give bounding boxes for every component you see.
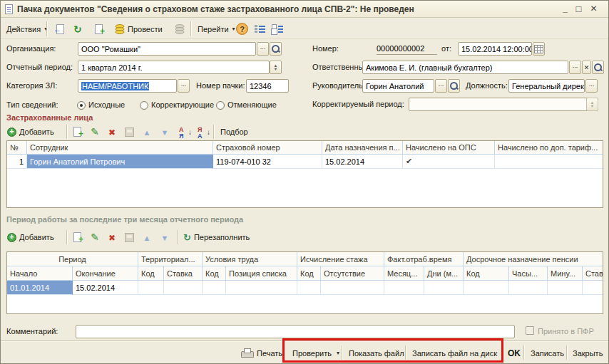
pack-number-label: Номер пачки: — [196, 81, 245, 90]
subcol-minutes: Мину... — [548, 266, 583, 281]
check-label: Проверить — [292, 349, 332, 358]
goto-menu-button[interactable]: Перейти — [195, 21, 238, 37]
cell-extra-tariff[interactable] — [495, 155, 603, 169]
cell-empty[interactable] — [203, 281, 226, 295]
cell-empty[interactable] — [424, 281, 464, 295]
pencil-icon — [91, 231, 99, 244]
position-select-button[interactable] — [585, 79, 598, 93]
show-file-button[interactable]: Показать файл — [346, 345, 407, 361]
radio-cancelling[interactable] — [216, 101, 225, 110]
copy-document-button[interactable] — [91, 21, 108, 37]
cell-empty[interactable] — [583, 281, 603, 295]
periods-edit-button[interactable] — [88, 230, 102, 244]
date-field[interactable]: 15.02.2014 12:00:00 — [458, 42, 532, 56]
cell-employee[interactable]: Горин Анатолий Петрович — [27, 155, 213, 169]
periods-subheader-row: Начало Окончание Код Ставка Код Позиция … — [7, 266, 603, 281]
actions-menu-button[interactable]: Действия — [4, 21, 50, 37]
unpost-document-button-disabled[interactable] — [172, 21, 188, 37]
insured-end-edit-button-disabled[interactable] — [122, 125, 136, 139]
insured-delete-button[interactable] — [105, 125, 119, 139]
sort-asc-icon: АЯ↓ — [179, 127, 188, 139]
org-open-button[interactable] — [270, 42, 282, 56]
insured-pick-button[interactable]: Подбор — [218, 125, 250, 139]
manager-field[interactable]: Горин Анатолий — [362, 79, 434, 93]
post-document-button[interactable]: Провести — [112, 21, 165, 37]
comment-field[interactable] — [76, 325, 515, 338]
report-period-spinner[interactable] — [270, 61, 282, 74]
cell-empty[interactable] — [226, 281, 297, 295]
org-label: Организация: — [6, 44, 56, 53]
radio-initial[interactable] — [77, 101, 86, 110]
cell-empty[interactable] — [464, 281, 509, 295]
post-label: Провести — [128, 25, 163, 33]
periods-add-button[interactable]: Добавить — [5, 230, 56, 244]
cell-empty[interactable] — [297, 281, 321, 295]
report-period-field[interactable]: 1 квартал 2014 г. — [78, 61, 270, 74]
list-icon — [255, 24, 266, 33]
cell-ops-check[interactable]: ✔ — [403, 155, 495, 169]
comment-label: Комментарий: — [6, 327, 58, 336]
radio-correcting[interactable] — [140, 101, 148, 110]
close-button[interactable] — [588, 2, 600, 15]
help-button[interactable] — [233, 21, 251, 37]
check-button[interactable]: Проверить — [290, 345, 342, 361]
periods-add-label: Добавить — [19, 233, 54, 241]
cell-snils[interactable]: 119-074-010 32 — [213, 155, 322, 169]
cell-period-start[interactable]: 01.01.2014 — [7, 281, 73, 295]
calendar-button[interactable] — [533, 42, 545, 56]
save-button[interactable]: Записать — [528, 345, 567, 361]
cell-num[interactable]: 1 — [7, 155, 27, 169]
refresh-button[interactable] — [71, 21, 85, 37]
category-select-button[interactable] — [178, 79, 190, 93]
maximize-button[interactable] — [573, 2, 585, 15]
cell-empty[interactable] — [509, 281, 548, 295]
manager-select-button[interactable] — [435, 79, 447, 93]
periods-copy-button[interactable] — [71, 230, 85, 244]
insured-copy-button[interactable] — [71, 125, 85, 139]
window-title: Пачка документов "Сведения о страховом с… — [17, 4, 414, 14]
responsible-select-button[interactable] — [569, 61, 581, 74]
pack-number-field[interactable]: 12346 — [246, 79, 289, 93]
org-field[interactable]: ООО "Ромашки" — [78, 42, 256, 56]
periods-delete-button[interactable] — [105, 230, 119, 244]
cell-empty[interactable] — [321, 281, 384, 295]
corrected-period-spinner[interactable] — [586, 98, 598, 111]
close-form-button[interactable]: Закрыть — [570, 345, 605, 361]
periods-move-down-button[interactable] — [158, 230, 172, 244]
cell-empty[interactable] — [384, 281, 424, 295]
cell-empty[interactable] — [138, 281, 164, 295]
cell-assign-date[interactable]: 15.02.2014 — [322, 155, 403, 169]
responsible-field[interactable]: Акимова Е. И. (главный бухгалтер) — [362, 61, 568, 74]
reread-button[interactable] — [51, 21, 68, 37]
cell-empty[interactable] — [548, 281, 583, 295]
periods-end-edit-button-disabled[interactable] — [122, 230, 136, 244]
periods-move-up-button[interactable] — [140, 230, 154, 244]
minimize-button[interactable] — [559, 2, 571, 15]
position-field[interactable]: Генеральный директ — [508, 79, 585, 93]
insured-sort-desc-button[interactable]: ЯА↓ — [195, 125, 209, 140]
insured-sort-asc-button[interactable]: АЯ↓ — [176, 125, 190, 140]
category-field[interactable]: НАЕМ/РАБОТНИК — [78, 79, 177, 93]
structure-settings-button[interactable] — [269, 21, 286, 37]
cell-empty[interactable] — [164, 281, 203, 295]
position-label: Должность: — [466, 81, 508, 90]
corrected-period-field[interactable] — [409, 98, 598, 111]
print-button[interactable]: Печать — [238, 345, 285, 361]
report-period-label: Отчетный период: — [6, 63, 73, 71]
number-label: Номер: — [312, 44, 339, 53]
insured-move-down-button[interactable] — [158, 125, 172, 139]
org-select-button[interactable] — [257, 42, 269, 56]
copy-add-icon — [93, 24, 105, 35]
pfr-accepted-checkbox[interactable] — [526, 326, 534, 335]
manager-open-button[interactable] — [448, 79, 460, 93]
write-file-button[interactable]: Записать файл на диск — [409, 345, 500, 361]
insured-move-up-button[interactable] — [140, 125, 154, 139]
cell-period-end[interactable]: 15.02.2014 — [73, 281, 138, 295]
insured-edit-button[interactable] — [88, 125, 102, 139]
responsible-clear-button[interactable] — [582, 61, 591, 74]
ok-button[interactable]: OK — [505, 345, 523, 361]
responsible-open-button[interactable] — [592, 61, 604, 74]
insured-add-button[interactable]: Добавить — [5, 125, 56, 139]
periods-refill-button[interactable]: Перезаполнить — [181, 230, 252, 244]
list-settings-button[interactable] — [252, 21, 269, 37]
